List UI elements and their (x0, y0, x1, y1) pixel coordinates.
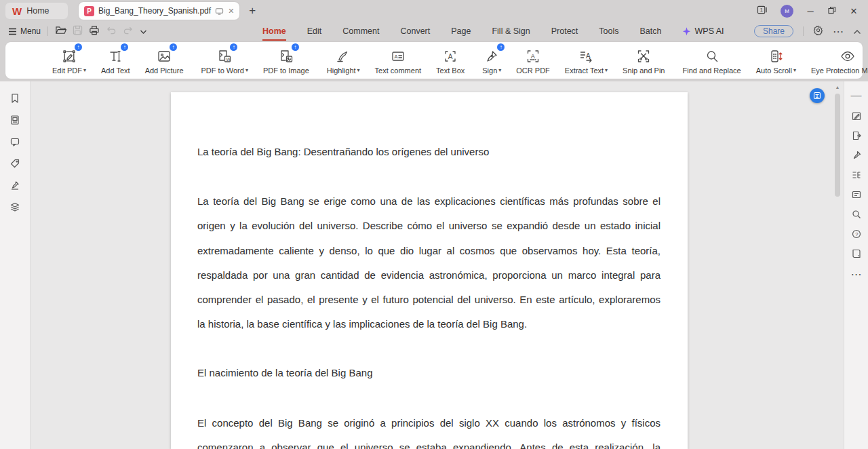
document-text-line: El concepto del Big Bang se originó a pr… (197, 411, 660, 435)
ocr-pdf-label: OCR PDF (516, 66, 550, 75)
layers-icon[interactable] (9, 201, 20, 212)
eye-protection-mode-button[interactable]: Eye Protection Mode▾ (804, 43, 868, 77)
paragraph: La teoría del Big Bang se erige como una… (197, 189, 660, 336)
chevron-down-icon[interactable] (140, 25, 147, 37)
settings-gear-icon[interactable] (813, 25, 823, 38)
home-tab[interactable]: W Home (5, 3, 68, 19)
add-picture-button[interactable]: ↑ Add Picture (138, 43, 191, 77)
new-tab-button[interactable]: + (249, 4, 256, 18)
menu-row: Menu Home Edit Comment Convert Page Fill… (0, 22, 868, 41)
pdf-to-image-icon (278, 48, 294, 64)
ribbon-toolbar: ↑ Edit PDF▾ ↑ Add Text ↑ Add Picture W↑ … (5, 42, 863, 79)
attachment-tag-icon[interactable] (9, 158, 20, 169)
text-box-button[interactable]: A Text Box (429, 43, 472, 77)
premium-badge-icon: ↑ (497, 43, 505, 51)
text-box-icon: A (442, 48, 458, 64)
collapse-ribbon-icon[interactable] (853, 25, 861, 37)
document-text-line: respaldada por una gran cantidad de evid… (197, 263, 660, 288)
more-tools-icon[interactable]: ⋯ (851, 268, 862, 281)
text-box-label: Text Box (436, 66, 465, 75)
export-document-icon[interactable] (851, 130, 862, 141)
vertical-scrollbar[interactable]: ▲ (834, 85, 841, 449)
extract-text-button[interactable]: A Extract Text▾ (557, 43, 615, 77)
tab-page[interactable]: Page (450, 24, 472, 39)
document-title: La teoría del Big Bang: Desentrañando lo… (197, 140, 660, 164)
tab-edit[interactable]: Edit (306, 24, 323, 39)
user-avatar[interactable]: M (781, 5, 793, 18)
scroll-up-arrow[interactable]: ▲ (834, 85, 841, 90)
text-comment-button[interactable]: A Text comment (368, 43, 429, 77)
signature-stamp-icon[interactable] (9, 180, 20, 191)
tab-home[interactable]: Home (261, 24, 288, 39)
sign-button[interactable]: ↑ Sign▾ (475, 43, 509, 77)
wps-ai-button[interactable]: WPS AI (682, 26, 724, 37)
tab-fill-sign[interactable]: Fill & Sign (490, 24, 531, 39)
collapse-panel-icon[interactable]: — (851, 90, 862, 102)
document-text-line: la historia, la base científica y las im… (197, 312, 660, 336)
print-icon[interactable] (89, 25, 100, 38)
edit-pdf-button[interactable]: ↑ Edit PDF▾ (45, 43, 94, 77)
window-switcher-icon[interactable]: 1 (757, 5, 768, 18)
add-text-button[interactable]: ↑ Add Text (94, 43, 138, 77)
text-comment-icon: A (390, 48, 406, 64)
divider (47, 26, 48, 36)
redo-icon[interactable] (123, 25, 134, 37)
tab-protect[interactable]: Protect (550, 24, 580, 39)
close-tab-icon[interactable]: ✕ (228, 7, 234, 16)
premium-badge-icon: ↑ (230, 43, 237, 51)
text-comment-label: Text comment (375, 66, 421, 75)
sign-icon (484, 48, 500, 64)
tab-convert[interactable]: Convert (399, 24, 431, 39)
document-workspace[interactable]: La teoría del Big Bang: Desentrañando lo… (31, 81, 844, 449)
svg-text:1: 1 (760, 7, 763, 13)
ocr-pdf-button[interactable]: A OCR PDF (509, 43, 557, 77)
find-and-replace-button[interactable]: Find and Replace (675, 43, 748, 77)
outline-panel-icon[interactable] (851, 170, 862, 180)
edit-note-icon[interactable] (851, 111, 862, 121)
open-file-icon[interactable] (55, 25, 66, 38)
add-text-icon (107, 48, 123, 64)
document-tab[interactable]: P Big_Bang_Theory_Spanish.pdf ✕ (79, 2, 239, 20)
annotation-panel-icon[interactable] (851, 189, 862, 200)
share-button[interactable]: Share (754, 25, 793, 37)
tab-tools[interactable]: Tools (597, 24, 620, 39)
ribbon-tab-bar: Home Edit Comment Convert Page Fill & Si… (261, 24, 724, 39)
tab-batch[interactable]: Batch (639, 24, 663, 39)
floating-translate-button[interactable] (810, 88, 825, 103)
sign-pen-icon[interactable] (851, 150, 862, 161)
bookmarks-icon[interactable] (9, 93, 20, 104)
tab-comment[interactable]: Comment (341, 24, 380, 39)
help-icon[interactable]: ? (851, 229, 862, 239)
menu-button[interactable]: Menu (8, 26, 41, 36)
add-picture-icon (156, 48, 172, 64)
edit-pdf-label: Edit PDF (52, 66, 82, 75)
comments-icon[interactable] (9, 136, 20, 147)
dropdown-caret-icon: ▾ (83, 67, 86, 73)
document-tab-label: Big_Bang_Theory_Spanish.pdf (98, 6, 211, 16)
more-options-icon[interactable]: ⋯ (833, 25, 844, 38)
close-window-button[interactable]: ✕ (849, 6, 859, 16)
pdf-file-icon: P (84, 6, 94, 16)
undo-icon[interactable] (106, 25, 117, 37)
eye-protection-mode-label: Eye Protection Mode (811, 66, 868, 75)
highlight-button[interactable]: Highlight▾ (319, 43, 368, 77)
snip-and-pin-button[interactable]: Snip and Pin (615, 43, 672, 77)
document-text-line: La teoría del Big Bang se erige como una… (197, 189, 660, 214)
auto-scroll-label: Auto Scroll (756, 66, 792, 75)
save-icon[interactable] (73, 25, 83, 38)
sign-label: Sign (482, 66, 497, 75)
minimize-button[interactable]: ─ (806, 6, 815, 16)
find-and-replace-label: Find and Replace (682, 66, 741, 75)
pdf-to-image-button[interactable]: ↑ PDF to Image (256, 43, 317, 77)
pdf-page[interactable]: La teoría del Big Bang: Desentrañando lo… (171, 92, 688, 449)
wps-ai-label: WPS AI (695, 26, 724, 36)
restore-button[interactable] (827, 6, 837, 16)
page-thumbnails-icon[interactable] (9, 115, 20, 125)
auto-scroll-button[interactable]: Auto Scroll▾ (749, 43, 804, 77)
search-icon[interactable] (851, 209, 862, 220)
eye-protection-icon (840, 48, 856, 64)
screen-icon[interactable] (215, 7, 224, 16)
pdf-to-word-button[interactable]: W↑ PDF to Word▾ (194, 43, 256, 77)
scrollbar-thumb[interactable] (835, 94, 840, 197)
read-mode-icon[interactable] (851, 248, 862, 259)
